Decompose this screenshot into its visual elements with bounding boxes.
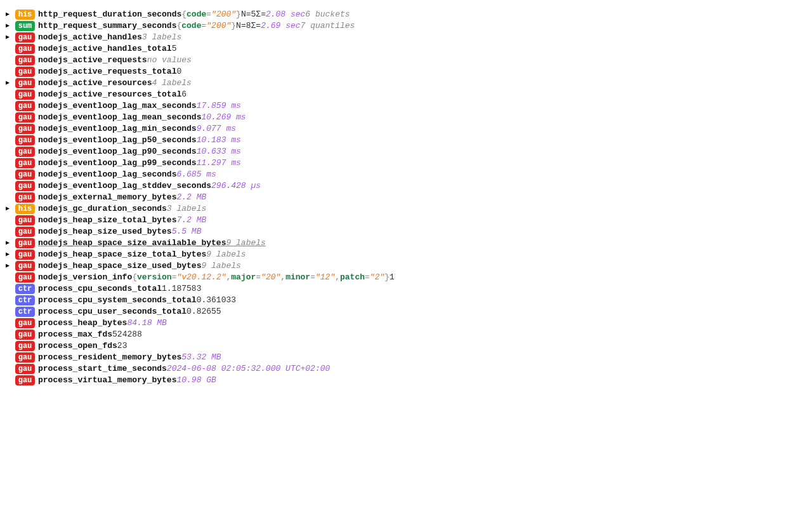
metric-name[interactable]: nodejs_heap_size_total_bytes xyxy=(38,215,176,226)
metric-type-badge: ctr xyxy=(15,307,35,317)
metric-value: 1 xyxy=(390,272,395,283)
metric-type-badge: ctr xyxy=(15,295,35,305)
metric-row: ctrprocess_cpu_user_seconds_total 0.8265… xyxy=(5,306,807,318)
metric-type-badge: gau xyxy=(15,330,35,340)
metric-name[interactable]: process_open_fds xyxy=(38,340,117,352)
metric-value: no values xyxy=(147,55,192,66)
metric-row: gaunodejs_eventloop_lag_mean_seconds 10.… xyxy=(5,112,807,123)
expand-toggle-icon[interactable]: ▶ xyxy=(5,9,15,20)
metric-name[interactable]: nodejs_active_requests xyxy=(38,55,147,66)
equals-sign: = xyxy=(256,272,261,283)
label-key: code xyxy=(181,20,201,32)
equals-sign: = xyxy=(310,272,315,283)
metric-value: 10.633 ms xyxy=(197,146,241,157)
metric-type-badge: his xyxy=(15,204,35,214)
metric-row: gauprocess_virtual_memory_bytes 10.98 GB xyxy=(5,375,807,386)
metric-name[interactable]: nodejs_active_requests_total xyxy=(38,66,176,77)
metric-name[interactable]: process_cpu_user_seconds_total xyxy=(38,306,187,318)
metric-name[interactable]: nodejs_heap_space_size_available_bytes xyxy=(38,237,226,249)
metric-name[interactable]: nodejs_active_handles xyxy=(38,32,142,43)
metric-value: Σ= xyxy=(251,20,261,32)
metric-row: ▶hisnodejs_gc_duration_seconds 3 labels xyxy=(5,203,807,215)
metric-value: 17.859 ms xyxy=(197,100,241,112)
metric-name[interactable]: nodejs_version_info xyxy=(38,272,132,283)
metric-name[interactable]: process_cpu_system_seconds_total xyxy=(38,295,197,306)
metric-name[interactable]: nodejs_eventloop_lag_seconds xyxy=(38,169,176,180)
metric-value: 2024-06-08 02:05:32.000 UTC+02:00 xyxy=(167,363,330,375)
equals-sign: = xyxy=(201,20,206,32)
metric-type-badge: gau xyxy=(15,192,35,203)
label-key: code xyxy=(187,9,206,20)
metric-name[interactable]: process_max_fds xyxy=(38,329,112,340)
metric-name[interactable]: nodejs_heap_space_size_used_bytes xyxy=(38,260,201,272)
metric-row: gaunodejs_heap_size_used_bytes 5.5 MB xyxy=(5,226,807,237)
metric-name[interactable]: nodejs_eventloop_lag_stddev_seconds xyxy=(38,180,211,192)
metric-type-badge: gau xyxy=(15,78,35,88)
metric-name[interactable]: http_request_duration_seconds xyxy=(38,9,181,20)
equals-sign: = xyxy=(206,9,211,20)
metric-name[interactable]: nodejs_heap_space_size_total_bytes xyxy=(38,249,206,260)
metric-name[interactable]: process_virtual_memory_bytes xyxy=(38,375,176,386)
expand-toggle-icon[interactable]: ▶ xyxy=(5,32,15,43)
metric-row: gauprocess_resident_memory_bytes 53.32 M… xyxy=(5,352,807,363)
metric-type-badge: gau xyxy=(15,44,35,54)
metric-value: 2.08 sec xyxy=(266,9,305,20)
metric-type-badge: gau xyxy=(15,238,35,248)
metric-row: ▶gaunodejs_heap_space_size_total_bytes 9… xyxy=(5,249,807,260)
metric-value: N=8 xyxy=(236,20,251,32)
metric-value: 9 labels xyxy=(206,249,246,260)
label-key: major xyxy=(231,272,256,283)
expand-toggle-icon[interactable]: ▶ xyxy=(5,237,15,249)
metric-value: 6.685 ms xyxy=(176,169,216,180)
metric-row: ▶gaunodejs_active_resources 4 labels xyxy=(5,77,807,89)
label-value: "20" xyxy=(261,272,280,283)
label-open-brace: { xyxy=(181,9,187,20)
expand-toggle-icon[interactable]: ▶ xyxy=(5,249,15,260)
metric-name[interactable]: nodejs_active_resources xyxy=(38,77,152,89)
metric-row: gaunodejs_version_info {version="v20.12.… xyxy=(5,272,807,283)
expand-toggle-icon[interactable]: ▶ xyxy=(5,203,15,215)
metric-value: 6 xyxy=(181,89,187,100)
metric-type-badge: gau xyxy=(15,55,35,65)
metric-value: 9.077 ms xyxy=(197,123,236,135)
label-value: "200" xyxy=(211,9,236,20)
label-close-brace: } xyxy=(384,272,390,283)
metric-name[interactable]: http_request_summary_seconds xyxy=(38,20,176,32)
metric-name[interactable]: process_heap_bytes xyxy=(38,318,127,329)
metric-value: 10.183 ms xyxy=(197,135,241,146)
metric-row: gauprocess_heap_bytes 84.18 MB xyxy=(5,318,807,329)
label-value: "v20.12.2" xyxy=(176,272,226,283)
metric-type-badge: gau xyxy=(15,124,35,134)
metric-value: 296.428 µs xyxy=(211,180,261,192)
metric-name[interactable]: nodejs_external_memory_bytes xyxy=(38,192,176,203)
label-close-brace: } xyxy=(231,20,236,32)
metric-name[interactable]: nodejs_eventloop_lag_p90_seconds xyxy=(38,146,197,157)
metric-name[interactable]: nodejs_gc_duration_seconds xyxy=(38,203,167,215)
expand-toggle-icon[interactable]: ▶ xyxy=(5,260,15,272)
metric-name[interactable]: nodejs_eventloop_lag_mean_seconds xyxy=(38,112,201,123)
expand-toggle-icon[interactable]: ▶ xyxy=(5,20,15,32)
label-value: "12" xyxy=(315,272,335,283)
label-key: minor xyxy=(285,272,310,283)
metric-type-badge: gau xyxy=(15,215,35,225)
metric-row: ▶hishttp_request_duration_seconds {code=… xyxy=(5,9,807,20)
metric-type-badge: sum xyxy=(15,21,35,31)
label-value: "2" xyxy=(370,272,384,283)
metric-name[interactable]: nodejs_eventloop_lag_p50_seconds xyxy=(38,135,197,146)
label-comma: , xyxy=(335,272,340,283)
metric-value: 0 xyxy=(176,66,181,77)
metric-name[interactable]: process_cpu_seconds_total xyxy=(38,283,162,295)
metric-name[interactable]: nodejs_active_resources_total xyxy=(38,89,181,100)
metric-row: gaunodejs_eventloop_lag_seconds 6.685 ms xyxy=(5,169,807,180)
metric-name[interactable]: nodejs_eventloop_lag_p99_seconds xyxy=(38,157,197,169)
expand-toggle-icon[interactable]: ▶ xyxy=(5,77,15,89)
metric-name[interactable]: nodejs_heap_size_used_bytes xyxy=(38,226,172,237)
metric-name[interactable]: process_resident_memory_bytes xyxy=(38,352,181,363)
metric-value: 5.5 MB xyxy=(172,226,202,237)
metric-name[interactable]: nodejs_eventloop_lag_min_seconds xyxy=(38,123,197,135)
metric-name[interactable]: nodejs_eventloop_lag_max_seconds xyxy=(38,100,197,112)
metric-name[interactable]: nodejs_active_handles_total xyxy=(38,43,172,55)
metric-type-badge: gau xyxy=(15,112,35,123)
metric-name[interactable]: process_start_time_seconds xyxy=(38,363,167,375)
metric-value: 9 labels xyxy=(226,237,265,249)
